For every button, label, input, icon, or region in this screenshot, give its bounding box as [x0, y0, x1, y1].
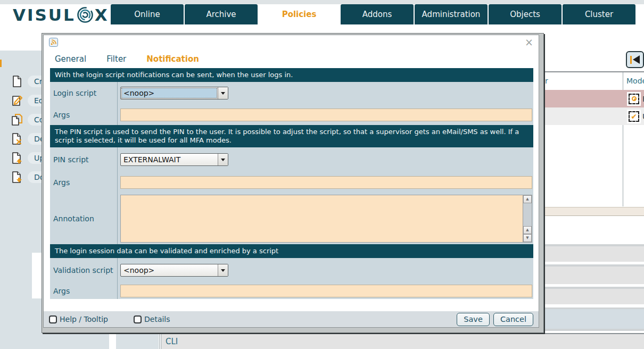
nav-tab-administration[interactable]: Administration: [415, 4, 488, 24]
validation-args-label: Args: [50, 282, 118, 299]
table-header-row: r Mode: [544, 72, 644, 90]
background-stripe: [544, 246, 644, 262]
validation-script-label: Validation script: [50, 258, 118, 282]
login-args-input[interactable]: [120, 109, 532, 121]
session-record-mode-icon: [629, 94, 639, 104]
logo-spiral-o-icon: [76, 6, 94, 24]
section-header-validation-script: The login session data can be validated …: [50, 244, 533, 258]
dialog-tabs: General Filter Notification: [44, 50, 539, 68]
nav-tab-objects[interactable]: Objects: [489, 4, 562, 24]
nav-tab-online[interactable]: Online: [111, 4, 184, 24]
pin-args-label: Args: [50, 172, 118, 193]
upload-document-icon: [11, 152, 23, 164]
chevron-down-icon[interactable]: [218, 154, 228, 165]
nav-tab-policies[interactable]: Policies: [259, 4, 340, 24]
checked-mode-icon: ✔: [629, 111, 639, 122]
bottom-left-panel: [116, 333, 159, 349]
help-tooltip-option: Help / Tooltip: [49, 315, 108, 323]
notification-form: With the login script notifications can …: [50, 68, 533, 299]
section-header-pin-script: The PIN script is used to send the PIN t…: [50, 125, 533, 147]
policy-notification-dialog: × General Filter Notification With the l…: [42, 33, 544, 333]
cli-label: CLI: [166, 337, 178, 346]
tab-filter[interactable]: Filter: [106, 54, 126, 64]
dialog-title-bar: ×: [44, 35, 539, 50]
login-args-label: Args: [50, 104, 118, 125]
table-header-mode: Mode: [626, 77, 644, 85]
annotation-textarea[interactable]: [121, 195, 523, 242]
delete-document-icon: [11, 132, 23, 145]
table-row[interactable]: R: [544, 90, 644, 107]
cli-panel: CLI: [161, 333, 644, 349]
validation-args-input[interactable]: [120, 285, 532, 297]
chevron-down-icon[interactable]: [218, 87, 228, 99]
download-document-icon: [11, 171, 23, 184]
main-navigation: Online Archive Policies Addons Administr…: [111, 4, 635, 24]
section-header-login-script: With the login script notifications can …: [50, 68, 533, 82]
login-args-row: Args: [50, 104, 533, 125]
login-script-label: Login script: [50, 82, 118, 104]
pin-args-row: Args: [50, 172, 533, 193]
annotation-label: Annotation: [50, 193, 118, 244]
background-stripe: [544, 267, 644, 284]
tab-general[interactable]: General: [55, 54, 86, 64]
create-document-icon: [11, 75, 23, 88]
chevron-down-icon[interactable]: [218, 264, 228, 276]
background-stripe: [544, 289, 644, 304]
annotation-row: Annotation ▲ ▲ ▼: [50, 193, 533, 244]
nav-tab-addons[interactable]: Addons: [341, 4, 414, 24]
pin-script-row: PIN script EXTERNALWAIT: [50, 147, 533, 172]
login-script-select[interactable]: <noop>: [120, 87, 228, 99]
login-script-row: Login script <noop>: [50, 82, 533, 104]
background-stripe: [544, 329, 644, 331]
edit-document-icon: [11, 94, 23, 107]
cancel-button[interactable]: Cancel: [493, 313, 533, 326]
table-header-left-fragment: r: [545, 77, 548, 85]
table-row[interactable]: ✔ U: [544, 107, 644, 125]
help-tooltip-checkbox[interactable]: [49, 315, 57, 323]
app-logo: VISUL X: [13, 5, 109, 25]
close-icon[interactable]: ×: [525, 36, 533, 48]
skip-to-first-button[interactable]: [626, 51, 644, 68]
nav-tab-archive[interactable]: Archive: [185, 4, 258, 24]
validation-args-row: Args: [50, 282, 533, 299]
logo-text-left: VISUL: [13, 5, 76, 24]
top-strip: [0, 0, 644, 4]
scroll-up-icon[interactable]: ▲: [523, 195, 532, 203]
details-checkbox[interactable]: [134, 315, 142, 323]
panel-gutter: [32, 253, 42, 298]
annotation-scrollbar[interactable]: ▲ ▲ ▼: [523, 195, 532, 242]
pin-args-input[interactable]: [120, 176, 532, 189]
notification-signal-icon: [49, 38, 58, 47]
scroll-down-icon[interactable]: ▼: [523, 234, 532, 242]
save-button[interactable]: Save: [457, 313, 490, 326]
validation-script-row: Validation script <noop>: [50, 258, 533, 282]
pin-script-label: PIN script: [50, 147, 118, 172]
skip-to-first-icon: [630, 56, 632, 64]
copy-document-icon: [11, 113, 23, 126]
validation-script-select[interactable]: <noop>: [120, 264, 228, 277]
dialog-footer: Help / Tooltip Details Save Cancel: [44, 311, 539, 327]
background-stripe: [544, 309, 644, 329]
scroll-up-icon[interactable]: ▲: [523, 226, 532, 234]
tab-notification[interactable]: Notification: [146, 54, 199, 64]
details-option: Details: [134, 315, 170, 323]
logo-text-right: X: [95, 5, 109, 24]
pin-script-select[interactable]: EXTERNALWAIT: [120, 153, 228, 166]
background-toolbar-strip: [544, 207, 644, 216]
nav-tab-cluster[interactable]: Cluster: [563, 4, 635, 24]
sidebar-accent-sliver: [0, 60, 2, 67]
